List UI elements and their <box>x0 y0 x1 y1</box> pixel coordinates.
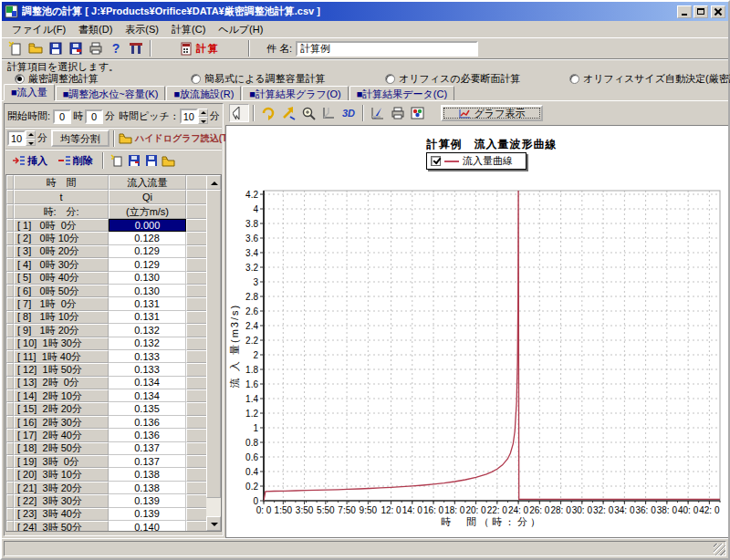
subject-input[interactable] <box>296 41 478 57</box>
inflow-value-cell[interactable]: 0.138 <box>109 468 186 481</box>
maximize-button[interactable] <box>694 5 708 18</box>
time-cell[interactable]: [ 6] 0時 50分 <box>14 285 109 297</box>
graph-display-button[interactable]: グラフ表示 <box>441 105 543 121</box>
inflow-value-cell[interactable]: 0.136 <box>109 429 186 441</box>
inflow-value-cell[interactable]: 0.131 <box>109 297 186 310</box>
table-open-button[interactable] <box>160 152 177 169</box>
menu-item-5[interactable]: ヘルプ(H) <box>212 22 269 37</box>
inflow-value-cell[interactable]: 0.140 <box>109 521 186 532</box>
menu-item-4[interactable]: 計算(C) <box>165 22 212 37</box>
time-cell[interactable]: [ 10] 1時 30分 <box>14 337 109 350</box>
time-cell[interactable]: [ 23] 3時 40分 <box>14 508 109 521</box>
inflow-value-cell[interactable]: 0.134 <box>109 377 186 389</box>
delete-row-button[interactable]: 削除 <box>53 151 99 171</box>
time-cell[interactable]: [ 19] 3時 0分 <box>14 455 109 468</box>
time-cell[interactable]: [ 14] 2時 10分 <box>14 389 109 402</box>
calc-option-radio-2[interactable]: 簡易式による調整容量計算 <box>191 72 326 86</box>
open-file-button[interactable] <box>26 39 46 57</box>
table-save-button[interactable] <box>125 152 142 169</box>
tab-5[interactable]: ■計算結果データ(C) <box>349 86 454 100</box>
chart-copy-button[interactable] <box>408 104 428 122</box>
inflow-value-cell[interactable]: 0.135 <box>109 402 186 415</box>
time-cell[interactable]: [ 18] 2時 50分 <box>14 442 109 455</box>
split-input[interactable] <box>7 130 26 146</box>
help-button[interactable]: ? <box>106 39 126 57</box>
chart-3d-button[interactable]: 3D <box>339 104 359 122</box>
inflow-value-cell[interactable]: 0.128 <box>109 232 186 244</box>
tab-3[interactable]: ■放流施設(R) <box>166 86 241 100</box>
inflow-value-cell[interactable]: 0.137 <box>109 455 186 468</box>
resize-grip[interactable] <box>714 544 725 555</box>
inflow-value-cell[interactable]: 0.134 <box>109 389 186 402</box>
time-cell[interactable]: [ 5] 0時 40分 <box>14 272 109 285</box>
inflow-value-cell[interactable]: 0.132 <box>109 337 186 350</box>
time-cell[interactable]: [ 24] 3時 50分 <box>14 521 109 532</box>
time-cell[interactable]: [ 13] 2時 0分 <box>14 377 109 389</box>
save-as-button[interactable] <box>66 39 86 57</box>
table-new-button[interactable] <box>108 152 125 169</box>
time-cell[interactable]: [ 9] 1時 20分 <box>14 324 109 337</box>
time-cell[interactable]: [ 3] 0時 20分 <box>14 245 109 258</box>
close-button[interactable] <box>711 5 725 18</box>
hydrograph-load-button[interactable]: ハイドログラフ読込(T) <box>119 132 230 145</box>
chart-zoom-button[interactable] <box>298 104 318 122</box>
chart-depth-button[interactable] <box>318 104 339 122</box>
table-save2-button[interactable] <box>142 152 160 169</box>
calculate-button[interactable]: 計算 <box>155 39 245 57</box>
inflow-value-cell[interactable]: 0.130 <box>109 272 186 285</box>
calc-option-radio-3[interactable]: オリフィスの必要断面計算 <box>385 72 521 86</box>
minimize-button[interactable] <box>677 5 692 18</box>
time-cell[interactable]: [ 8] 1時 10分 <box>14 311 109 324</box>
inflow-value-cell[interactable]: 0.000 <box>109 219 186 232</box>
save-button[interactable] <box>46 39 66 57</box>
time-cell[interactable]: [ 4] 0時 30分 <box>14 258 109 271</box>
exit-button[interactable] <box>126 39 146 57</box>
time-cell[interactable]: [ 16] 2時 30分 <box>14 416 109 429</box>
menu-item-3[interactable]: 表示(S) <box>119 22 165 37</box>
time-cell[interactable]: [ 11] 1時 40分 <box>14 350 109 363</box>
split-down-icon[interactable] <box>26 139 36 147</box>
inflow-value-cell[interactable]: 0.137 <box>109 442 186 455</box>
print-button[interactable] <box>86 39 106 57</box>
time-cell[interactable]: [ 7] 1時 0分 <box>14 297 109 310</box>
pitch-up-icon[interactable] <box>198 109 208 117</box>
chart-print-button[interactable] <box>388 104 408 122</box>
inflow-value-cell[interactable]: 0.136 <box>109 416 186 429</box>
inflow-value-cell[interactable]: 0.139 <box>109 508 186 521</box>
inflow-value-cell[interactable]: 0.129 <box>109 258 186 271</box>
inflow-value-cell[interactable]: 0.133 <box>109 350 186 363</box>
inflow-value-cell[interactable]: 0.133 <box>109 363 186 376</box>
chart-rotate-button[interactable] <box>258 104 278 122</box>
inflow-value-cell[interactable]: 0.139 <box>109 494 186 507</box>
menu-item-2[interactable]: 書類(D) <box>72 22 119 37</box>
start-minute-input[interactable] <box>85 109 103 124</box>
start-hour-input[interactable] <box>53 109 71 124</box>
time-cell[interactable]: [ 21] 3時 20分 <box>14 482 109 494</box>
time-cell[interactable]: [ 2] 0時 10分 <box>14 232 109 244</box>
equal-split-button[interactable]: 均等分割 <box>51 130 110 147</box>
tab-4[interactable]: ■計算結果グラフ(O) <box>242 86 348 100</box>
chart-edit-button[interactable] <box>368 104 388 122</box>
time-cell[interactable]: [ 17] 2時 40分 <box>14 429 109 441</box>
time-cell[interactable]: [ 20] 3時 10分 <box>14 468 109 481</box>
split-up-icon[interactable] <box>26 130 36 139</box>
inflow-value-cell[interactable]: 0.138 <box>109 482 186 494</box>
inflow-value-cell[interactable]: 0.131 <box>109 311 186 324</box>
tab-1[interactable]: ■流入量 <box>4 84 55 100</box>
tab-2[interactable]: ■調整池水位~容量(K) <box>56 86 166 100</box>
calc-option-radio-4[interactable]: オリフィスサイズ自動決定(厳密計算) <box>569 72 730 86</box>
time-cell[interactable]: [ 15] 2時 20分 <box>14 402 109 415</box>
insert-row-button[interactable]: 挿入 <box>7 151 53 171</box>
pitch-input[interactable] <box>180 109 198 124</box>
time-cell[interactable]: [ 1] 0時 0分 <box>14 219 109 232</box>
chart-cursor-button[interactable] <box>229 104 249 122</box>
inflow-value-cell[interactable]: 0.129 <box>109 245 186 258</box>
time-cell[interactable]: [ 12] 1時 50分 <box>14 363 109 376</box>
time-cell[interactable]: [ 22] 3時 30分 <box>14 494 109 507</box>
new-file-button[interactable] <box>5 39 26 57</box>
inflow-value-cell[interactable]: 0.130 <box>109 285 186 297</box>
scroll-thumb[interactable] <box>206 190 221 498</box>
scroll-down-button[interactable] <box>206 516 221 531</box>
scroll-up-button[interactable] <box>206 175 221 190</box>
table-scrollbar[interactable] <box>206 175 221 531</box>
